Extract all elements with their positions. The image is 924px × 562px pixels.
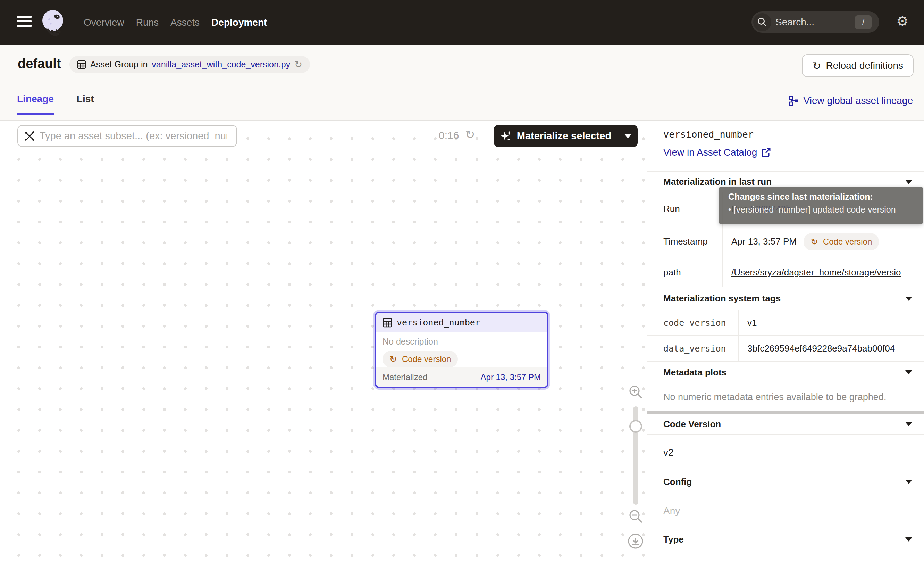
nav-link-overview[interactable]: Overview — [84, 17, 124, 28]
collapse-caret-icon — [905, 422, 912, 426]
collapse-caret-icon — [905, 480, 912, 484]
badge-label: Code version — [823, 237, 872, 246]
nav-links: Overview Runs Assets Deployment — [84, 0, 267, 45]
section-label: Config — [663, 476, 692, 487]
tag-row-data-version: data_version 3bfc269594ef649228e9a74bab0… — [647, 335, 924, 362]
reload-definitions-label: Reload definitions — [826, 60, 903, 71]
asset-node-body: No description Code version — [376, 332, 547, 368]
system-tags-table: code_version v1 data_version 3bfc269594e… — [647, 310, 924, 362]
run-label: Run — [647, 192, 723, 225]
changes-tooltip: Changes since last materialization: • [v… — [719, 187, 922, 224]
nav-link-runs[interactable]: Runs — [136, 17, 159, 28]
materialize-label: Materialize selected — [517, 130, 611, 142]
timestamp-label: Timestamp — [647, 225, 723, 258]
panel-splitter-handle[interactable] — [647, 411, 924, 414]
path-label: path — [647, 258, 723, 287]
asset-node-versioned-number[interactable]: versioned_number No description Code ver… — [375, 311, 548, 388]
lineage-graph-icon — [789, 96, 799, 106]
top-nav: Overview Runs Assets Deployment / ⚙ — [0, 0, 924, 45]
asset-group-icon — [77, 60, 86, 69]
section-label: Code Version — [663, 419, 721, 430]
timestamp-code-version-badge[interactable]: Code version — [804, 233, 879, 251]
tooltip-title: Changes since last materialization: — [728, 192, 914, 202]
breadcrumb-prefix: Asset Group in — [90, 59, 147, 69]
breadcrumb-refresh-icon[interactable] — [294, 59, 302, 70]
sidebar-asset-title: versioned_number — [663, 129, 754, 140]
sync-alert-icon — [810, 236, 819, 247]
section-label: Metadata plots — [663, 367, 726, 378]
view-tabs: Lineage List — [17, 93, 94, 115]
breadcrumb: Asset Group in vanilla_asset_with_code_v… — [69, 56, 310, 73]
collapse-caret-icon — [905, 180, 912, 184]
zoom-slider-handle[interactable] — [629, 420, 642, 433]
tag-value: 3bfc269594ef649228e9a74bab00f04 — [739, 335, 924, 361]
download-image-button[interactable] — [628, 533, 644, 549]
refresh-timer: 0:16 — [439, 129, 459, 141]
canvas-refresh-icon[interactable] — [465, 128, 475, 141]
gear-icon[interactable]: ⚙ — [896, 13, 909, 29]
page-header: default Asset Group in vanilla_asset_wit… — [0, 45, 924, 120]
asset-node-description: No description — [382, 337, 541, 347]
code-version-value: v2 — [663, 447, 674, 458]
asset-subset-input[interactable] — [40, 130, 227, 142]
view-global-asset-lineage-link[interactable]: View global asset lineage — [789, 95, 913, 106]
zoom-out-button[interactable] — [628, 509, 644, 524]
asset-node-title: versioned_number — [397, 317, 480, 328]
search-shortcut-badge: / — [855, 15, 872, 29]
code-version-badge-label: Code version — [402, 354, 451, 364]
sparkle-icon — [500, 130, 512, 142]
view-global-label: View global asset lineage — [804, 95, 913, 106]
section-metadata-plots[interactable]: Metadata plots — [647, 362, 924, 383]
menu-icon[interactable] — [16, 16, 32, 29]
materialized-status-label: Materialized — [382, 372, 427, 382]
tag-row-code-version: code_version v1 — [647, 310, 924, 335]
search-icon — [753, 13, 771, 31]
tag-value: v1 — [739, 310, 924, 335]
reload-definitions-button[interactable]: Reload definitions — [802, 54, 914, 77]
path-value-link[interactable]: /Users/sryza/dagster_home/storage/versio — [731, 267, 901, 278]
collapse-caret-icon — [905, 297, 912, 301]
tooltip-item: • [versioned_number] updated code versio… — [728, 204, 914, 215]
view-in-asset-catalog-link[interactable]: View in Asset Catalog — [663, 147, 771, 158]
tab-list[interactable]: List — [77, 93, 94, 115]
asset-node-footer: Materialized Apr 13, 3:57 PM — [376, 367, 547, 386]
breadcrumb-file-link[interactable]: vanilla_asset_with_code_version.py — [152, 59, 290, 69]
search-bar[interactable]: / — [752, 12, 879, 33]
tab-lineage[interactable]: Lineage — [17, 93, 54, 115]
catalog-link-label: View in Asset Catalog — [663, 147, 757, 158]
dagster-logo[interactable] — [40, 9, 67, 37]
section-system-tags[interactable]: Materialization system tags — [647, 287, 924, 310]
materialize-dropdown-caret[interactable] — [618, 125, 638, 147]
materialize-selected-button[interactable]: Materialize selected — [494, 125, 638, 147]
collapse-caret-icon — [905, 370, 912, 374]
asset-sidebar: versioned_number View in Asset Catalog M… — [646, 120, 924, 562]
timestamp-value: Apr 13, 3:57 PM — [731, 236, 796, 247]
nav-link-deployment[interactable]: Deployment — [212, 17, 267, 28]
section-label: Type — [663, 534, 684, 545]
lineage-canvas[interactable]: 0:16 Materialize selected versioned_numb… — [0, 120, 646, 562]
tag-key: data_version — [647, 335, 739, 361]
code-version-badge[interactable]: Code version — [382, 351, 458, 368]
config-value: Any — [663, 505, 680, 517]
section-code-version[interactable]: Code Version — [647, 414, 924, 434]
search-input[interactable] — [776, 17, 845, 28]
sync-alert-icon — [390, 354, 399, 364]
section-config[interactable]: Config — [647, 471, 924, 493]
asset-graph-icon — [24, 130, 35, 142]
page-title: default — [18, 56, 61, 71]
materialized-timestamp-link[interactable]: Apr 13, 3:57 PM — [481, 372, 541, 382]
path-row: path /Users/sryza/dagster_home/storage/v… — [647, 258, 924, 287]
section-label: Materialization in last run — [663, 176, 772, 187]
collapse-caret-icon — [905, 537, 912, 541]
table-icon — [382, 318, 392, 328]
nav-link-assets[interactable]: Assets — [170, 17, 200, 28]
metadata-plots-empty-message: No numeric metadata entries available to… — [663, 392, 886, 403]
section-type[interactable]: Type — [647, 529, 924, 550]
refresh-icon — [812, 60, 821, 72]
external-link-icon — [761, 147, 771, 157]
zoom-in-button[interactable] — [628, 385, 644, 400]
timestamp-row: Timestamp Apr 13, 3:57 PM Code version — [647, 225, 924, 258]
asset-node-header: versioned_number — [376, 313, 547, 332]
tag-key: code_version — [647, 310, 739, 335]
asset-subset-filter[interactable] — [17, 125, 237, 147]
